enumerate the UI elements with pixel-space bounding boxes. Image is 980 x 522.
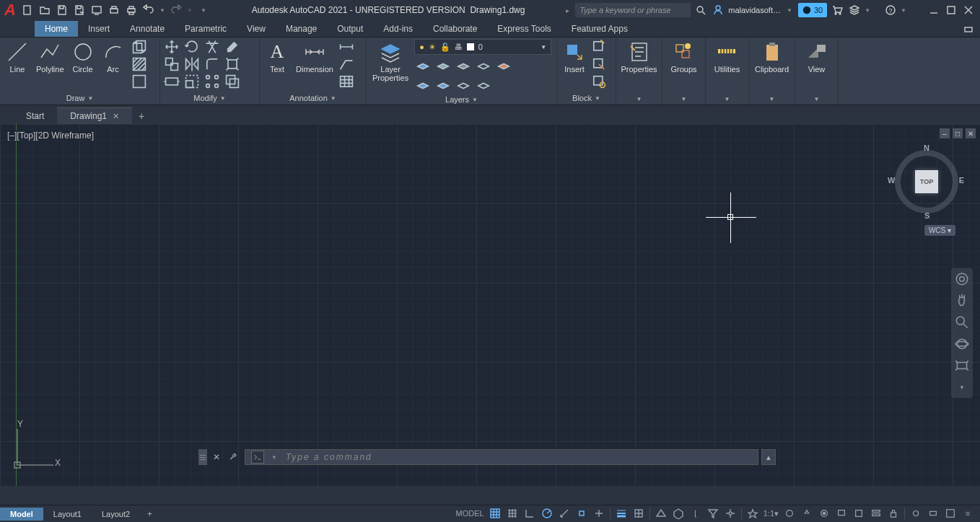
viewcube-s[interactable]: S xyxy=(924,211,929,220)
selection-cycling-icon[interactable] xyxy=(653,506,669,521)
search-input[interactable]: Type a keyword or phrase xyxy=(575,3,691,17)
properties-button[interactable]: Properties xyxy=(619,39,659,75)
text-button[interactable]: AText xyxy=(263,39,292,75)
cmd-customize-icon[interactable] xyxy=(226,451,242,464)
tab-featuredapps[interactable]: Featured Apps xyxy=(561,21,638,37)
ribbon-minimize-icon[interactable] xyxy=(961,22,976,37)
saveas-icon[interactable] xyxy=(72,3,87,17)
panel-layers-title[interactable]: Layers▼ xyxy=(369,94,554,106)
viewcube-face[interactable]: TOP xyxy=(915,170,938,193)
undo-icon[interactable] xyxy=(141,3,156,17)
panel-modify-title[interactable]: Modify▼ xyxy=(163,92,256,105)
groups-button[interactable]: Groups xyxy=(668,39,699,75)
maximize-icon[interactable] xyxy=(944,3,958,17)
user-dropdown-icon[interactable]: ▼ xyxy=(787,7,792,14)
autoscale-icon[interactable] xyxy=(799,506,815,521)
arc-button[interactable]: Arc xyxy=(99,39,128,75)
copy-icon[interactable] xyxy=(163,56,180,72)
autocad-logo[interactable]: A xyxy=(4,2,16,18)
tab-collaborate[interactable]: Collaborate xyxy=(423,21,487,37)
cart-icon[interactable] xyxy=(830,3,844,17)
tab-output[interactable]: Output xyxy=(327,21,373,37)
layer-properties-button[interactable]: Layer Properties xyxy=(369,39,411,84)
lockui-icon[interactable] xyxy=(885,506,901,521)
viewport-label[interactable]: [–][Top][2D Wireframe] xyxy=(6,130,95,141)
tab-home[interactable]: Home xyxy=(35,21,78,37)
user-name-label[interactable]: malavidasoft… xyxy=(728,6,781,14)
file-tab-start[interactable]: Start xyxy=(13,107,57,124)
hwaccel-icon[interactable] xyxy=(925,506,941,521)
layout-tab-layout1[interactable]: Layout1 xyxy=(43,508,92,521)
help-dropdown-icon[interactable]: ▼ xyxy=(901,7,906,14)
save-icon[interactable] xyxy=(55,3,69,17)
web-icon[interactable] xyxy=(89,3,104,17)
polar-toggle-icon[interactable] xyxy=(539,506,555,521)
ortho-toggle-icon[interactable] xyxy=(522,506,538,521)
open-icon[interactable] xyxy=(38,3,52,17)
qat-customize-icon[interactable]: ▼ xyxy=(196,3,211,17)
cmd-close-icon[interactable]: ✕ xyxy=(210,452,223,462)
plot-icon[interactable] xyxy=(107,3,121,17)
hatch-icon[interactable] xyxy=(131,56,148,72)
zoom-extents-icon[interactable] xyxy=(954,314,970,330)
layer-combo[interactable]: ● ☀ 🔓 🖶 0 ▼ xyxy=(414,39,551,55)
layer-off-icon[interactable] xyxy=(414,58,432,74)
customize-status-icon[interactable]: ≡ xyxy=(960,506,976,521)
panel-draw-title[interactable]: Draw▼ xyxy=(3,92,157,105)
layout-add-button[interactable]: + xyxy=(140,507,159,521)
pan-icon[interactable] xyxy=(954,293,970,309)
status-model[interactable]: MODEL xyxy=(455,506,486,521)
vp-maximize-icon[interactable]: □ xyxy=(953,128,963,138)
isolate-icon[interactable] xyxy=(908,506,924,521)
layout-tab-layout2[interactable]: Layout2 xyxy=(92,508,140,521)
annovisibility-icon[interactable] xyxy=(782,506,797,521)
print-icon[interactable] xyxy=(124,3,139,17)
stretch-icon[interactable] xyxy=(163,74,180,89)
ellipse-icon[interactable] xyxy=(131,74,148,89)
tab-annotate[interactable]: Annotate xyxy=(120,21,175,37)
block-attribute-icon[interactable] xyxy=(590,74,608,89)
panel-view-title[interactable]: ▼ xyxy=(798,94,835,105)
tab-expresstools[interactable]: Express Tools xyxy=(487,21,561,37)
viewcube-w[interactable]: W xyxy=(888,176,895,185)
tab-parametric[interactable]: Parametric xyxy=(175,21,237,37)
orbit-icon[interactable] xyxy=(954,336,970,352)
rotate-icon[interactable] xyxy=(183,39,201,55)
search-expand-icon[interactable]: ▸ xyxy=(566,6,569,14)
add-tab-button[interactable]: + xyxy=(132,108,151,124)
layer-freeze-icon[interactable] xyxy=(434,58,452,74)
panel-properties-title[interactable]: ▼ xyxy=(619,94,659,105)
panel-block-title[interactable]: Block▼ xyxy=(560,92,613,105)
help-icon[interactable]: ? xyxy=(883,3,898,17)
isodraft-icon[interactable] xyxy=(556,506,572,521)
layout-tab-model[interactable]: Model xyxy=(0,508,43,521)
move-icon[interactable] xyxy=(163,39,180,55)
clipboard-button[interactable]: Clipboard xyxy=(752,39,792,75)
layer-lock-icon[interactable] xyxy=(455,58,472,74)
search-icon[interactable] xyxy=(694,3,708,17)
undo-dropdown-icon[interactable]: ▼ xyxy=(159,3,166,17)
array-icon[interactable] xyxy=(204,74,221,89)
mirror-icon[interactable] xyxy=(183,56,201,72)
wcs-badge[interactable]: WCS ▾ xyxy=(924,225,955,236)
offset-icon[interactable] xyxy=(224,74,241,89)
workspace-icon[interactable] xyxy=(816,506,832,521)
scale-icon[interactable] xyxy=(183,74,201,89)
dynucs-icon[interactable]: ⌊ xyxy=(688,506,704,521)
annomonitor2-icon[interactable] xyxy=(834,506,849,521)
tab-manage[interactable]: Manage xyxy=(276,21,327,37)
leader-icon[interactable] xyxy=(338,56,355,72)
transparency-icon[interactable] xyxy=(631,506,647,521)
trim-icon[interactable] xyxy=(204,39,221,55)
quickproperties-icon[interactable] xyxy=(868,506,884,521)
user-icon[interactable] xyxy=(711,3,725,17)
selection-filter-icon[interactable] xyxy=(705,506,721,521)
units-icon[interactable] xyxy=(851,506,867,521)
snap-toggle-icon[interactable] xyxy=(504,506,520,521)
vp-minimize-icon[interactable]: – xyxy=(940,128,950,138)
cleanscreen-icon[interactable] xyxy=(942,506,958,521)
redo-dropdown-icon[interactable]: ▼ xyxy=(186,3,193,17)
viewcube-e[interactable]: E xyxy=(959,176,964,185)
explode-icon[interactable] xyxy=(224,56,241,72)
osnap-toggle-icon[interactable] xyxy=(574,506,590,521)
